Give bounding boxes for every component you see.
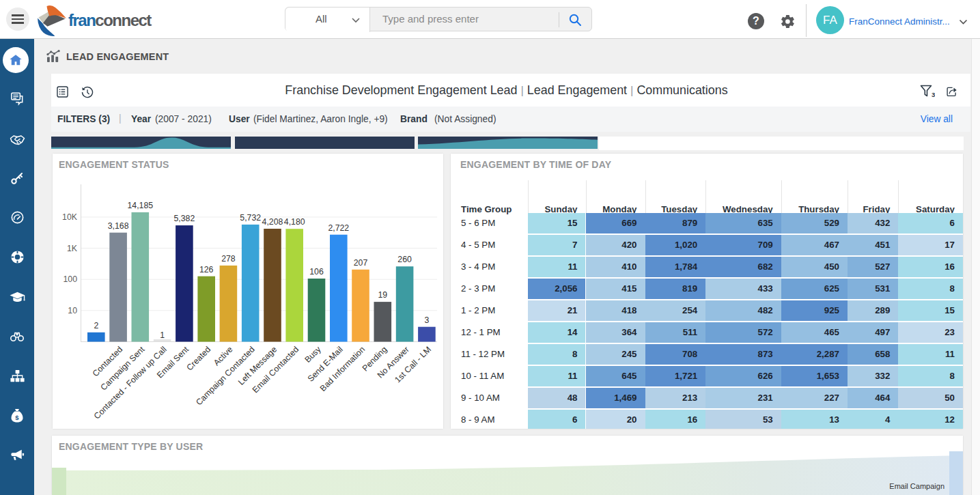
svg-text:14,185: 14,185: [127, 201, 153, 210]
svg-text:4,208: 4,208: [262, 217, 283, 227]
svg-text:2: 2: [94, 321, 98, 330]
svg-text:5,382: 5,382: [174, 214, 195, 223]
svg-text:10K: 10K: [62, 212, 78, 222]
svg-text:1: 1: [160, 330, 165, 340]
svg-text:Created: Created: [184, 345, 212, 373]
svg-text:5,732: 5,732: [240, 213, 261, 223]
svg-text:1K: 1K: [67, 244, 78, 253]
svg-text:3: 3: [932, 91, 935, 98]
svg-text:19: 19: [378, 290, 387, 300]
svg-text:$: $: [15, 414, 19, 421]
svg-text:10: 10: [68, 306, 77, 315]
svg-text:Email Campaign: Email Campaign: [889, 482, 944, 490]
svg-text:278: 278: [221, 254, 236, 264]
svg-text:Busy: Busy: [303, 344, 323, 365]
svg-text:106: 106: [309, 267, 324, 277]
svg-text:100: 100: [63, 274, 77, 284]
svg-text:207: 207: [354, 258, 368, 268]
svg-text:3: 3: [424, 315, 429, 325]
svg-text:4,180: 4,180: [284, 217, 305, 227]
svg-text:260: 260: [397, 255, 412, 264]
svg-text:126: 126: [199, 265, 214, 274]
svg-text:3,168: 3,168: [108, 221, 129, 231]
svg-text:2,722: 2,722: [328, 223, 349, 233]
